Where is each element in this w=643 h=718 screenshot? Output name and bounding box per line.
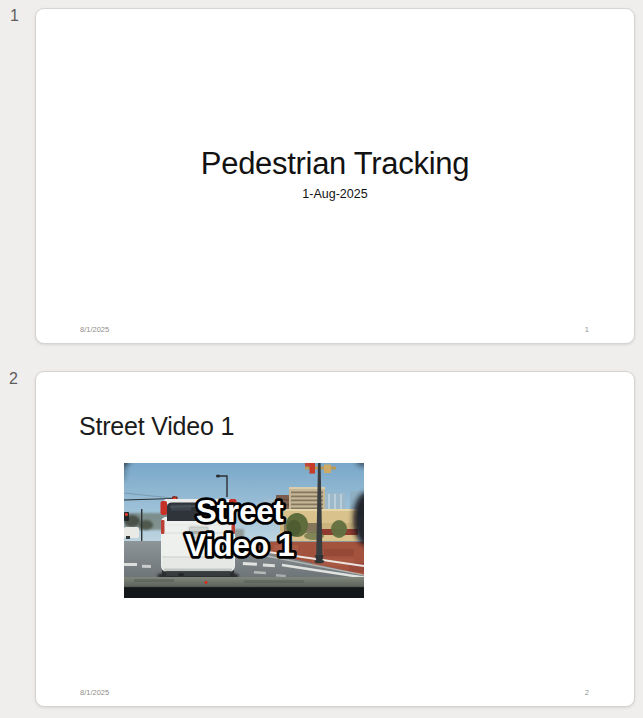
- slide-1-index-label: 1: [10, 6, 19, 25]
- slide-2-title: Street Video 1: [79, 411, 234, 441]
- slide-2-page-number: 2: [585, 688, 589, 697]
- slide-2-index-label: 2: [9, 369, 18, 388]
- slide-2-footer: 8/1/2025 2: [80, 688, 589, 697]
- overlay-text-line1: Street: [196, 494, 284, 529]
- street-video-thumbnail[interactable]: Street Video 1: [124, 463, 364, 598]
- slide-1-subtitle: 1-Aug-2025: [36, 187, 634, 202]
- slide-1-footer: 8/1/2025 1: [80, 325, 589, 334]
- slide-2[interactable]: Street Video 1: [35, 371, 635, 707]
- video-caption-overlay: Street Video 1: [185, 494, 295, 563]
- overlay-text-line2: Video 1: [185, 528, 295, 563]
- slide-1-footer-date: 8/1/2025: [80, 325, 109, 334]
- slide-1-title: Pedestrian Tracking: [36, 145, 634, 182]
- street-scene-image: Street Video 1: [124, 463, 364, 598]
- dashboard: [124, 577, 364, 598]
- slide-2-footer-date: 8/1/2025: [80, 688, 109, 697]
- slide-1-page-number: 1: [585, 325, 589, 334]
- slide-1[interactable]: Pedestrian Tracking 1-Aug-2025 8/1/2025 …: [35, 8, 635, 344]
